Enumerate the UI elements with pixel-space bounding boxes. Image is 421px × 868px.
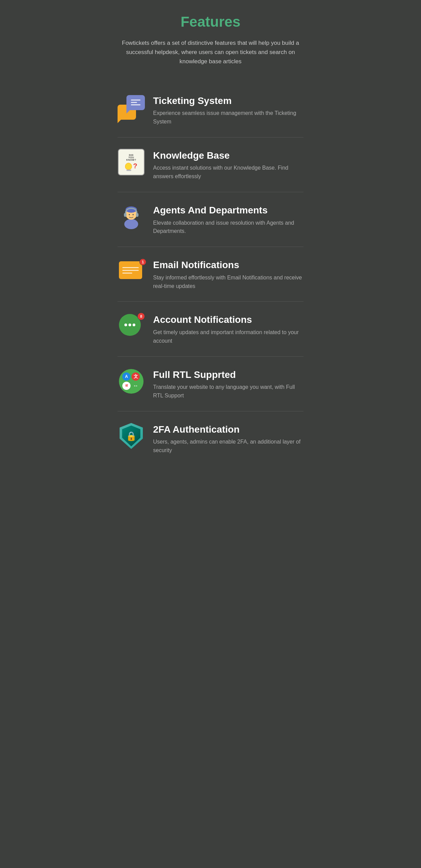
- feature-item-rtl: A 文 अ ↔ Full RTL Supprted Translate your…: [118, 357, 303, 411]
- rtl-title: Full RTL Supprted: [153, 369, 303, 381]
- email-icon: 1: [118, 258, 145, 285]
- account-notifications-desc: Get timely updates and important informa…: [153, 328, 303, 345]
- feature-item-account-notifications: 8 Account Notifications Get timely updat…: [118, 302, 303, 356]
- feature-item-2fa: 🔒 2FA Authentication Users, agents, admi…: [118, 411, 303, 466]
- feature-item-email: 1 Email Notifications Stay informed effo…: [118, 247, 303, 302]
- knowledge-base-icon: DIDYOUKNOW? ?: [118, 148, 145, 176]
- notif-badge: 8: [137, 313, 145, 320]
- knowledge-base-desc: Access instant solutions with our Knowle…: [153, 164, 303, 181]
- email-desc: Stay informed effortlessly with Email No…: [153, 274, 303, 291]
- lock-icon: 🔒: [126, 432, 137, 440]
- feature-item-agents: Agents And Departments Elevate collabora…: [118, 192, 303, 247]
- rtl-content: Full RTL Supprted Translate your website…: [153, 368, 303, 400]
- account-notifications-icon: 8: [118, 313, 145, 340]
- ticketing-title: Ticketing System: [153, 95, 303, 107]
- email-title: Email Notifications: [153, 259, 303, 271]
- 2fa-desc: Users, agents, admins can enable 2FA, an…: [153, 438, 303, 455]
- svg-point-5: [129, 214, 130, 215]
- feature-item-ticketing: Ticketing System Experience seamless iss…: [118, 83, 303, 137]
- page-title: Features: [118, 14, 303, 30]
- svg-point-0: [124, 219, 138, 229]
- knowledge-base-content: Knowledge Base Access instant solutions …: [153, 148, 303, 181]
- account-notifications-content: Account Notifications Get timely updates…: [153, 313, 303, 345]
- email-badge: 1: [139, 259, 146, 265]
- agents-desc: Elevate collaboration and issue resoluti…: [153, 219, 303, 236]
- page-subtitle: Fowtickets offers a set of distinctive f…: [118, 38, 303, 66]
- 2fa-title: 2FA Authentication: [153, 424, 303, 435]
- agents-title: Agents And Departments: [153, 205, 303, 216]
- knowledge-base-title: Knowledge Base: [153, 150, 303, 161]
- feature-list: Ticketing System Experience seamless iss…: [118, 83, 303, 466]
- svg-rect-4: [136, 213, 138, 217]
- 2fa-icon: 🔒: [118, 422, 145, 450]
- feature-item-knowledge-base: DIDYOUKNOW? ? Knowledge Base Access inst…: [118, 137, 303, 192]
- svg-rect-3: [124, 213, 126, 217]
- ticketing-icon: [118, 94, 145, 121]
- ticketing-content: Ticketing System Experience seamless iss…: [153, 94, 303, 126]
- 2fa-content: 2FA Authentication Users, agents, admins…: [153, 422, 303, 455]
- agents-content: Agents And Departments Elevate collabora…: [153, 203, 303, 236]
- ticketing-desc: Experience seamless issue management wit…: [153, 109, 303, 126]
- agents-icon: [118, 203, 145, 231]
- rtl-desc: Translate your website to any language y…: [153, 383, 303, 400]
- svg-point-6: [133, 214, 134, 215]
- rtl-icon: A 文 अ ↔: [118, 368, 145, 395]
- email-content: Email Notifications Stay informed effort…: [153, 258, 303, 290]
- account-notifications-title: Account Notifications: [153, 314, 303, 326]
